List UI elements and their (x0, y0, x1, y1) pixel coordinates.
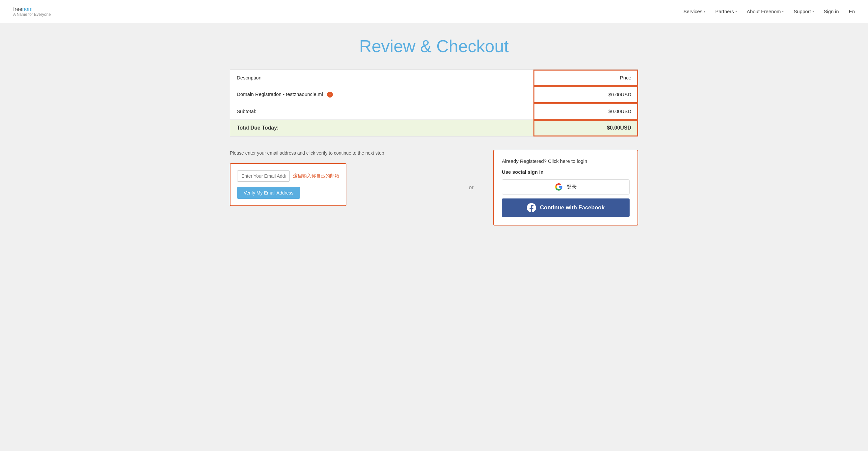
nav-language[interactable]: En (849, 8, 855, 14)
total-price: $0.00USD (533, 120, 638, 137)
chevron-down-icon: ▾ (735, 9, 737, 13)
social-section: Already Registered? Click here to login … (493, 150, 638, 225)
nav-signin[interactable]: Sign in (824, 8, 839, 14)
google-signin-button[interactable]: 登录 (502, 179, 629, 195)
google-icon (555, 183, 563, 191)
facebook-icon (527, 203, 536, 212)
domain-price: $0.00USD (533, 86, 638, 103)
main-nav: Services ▾ Partners ▾ About Freenom ▾ Su… (684, 8, 855, 14)
table-row-subtotal: Subtotal: $0.00USD (230, 103, 638, 120)
email-section: Please enter your email address and clic… (230, 150, 449, 206)
logo[interactable]: freenom (13, 6, 51, 12)
social-signin-label: Use social sign in (502, 169, 629, 175)
nav-services[interactable]: Services ▾ (684, 8, 706, 14)
facebook-btn-label: Continue with Facebook (540, 204, 604, 211)
header: freenom A Name for Everyone Services ▾ P… (0, 0, 868, 23)
chevron-down-icon: ▾ (812, 9, 814, 13)
table-row-domain: Domain Registration - testzhaouncle.ml –… (230, 86, 638, 103)
logo-tagline: A Name for Everyone (13, 12, 51, 17)
nav-support[interactable]: Support ▾ (794, 8, 814, 14)
or-divider: or (462, 185, 480, 191)
nav-partners[interactable]: Partners ▾ (715, 8, 737, 14)
page-title: Review & Checkout (230, 36, 638, 56)
main-content: Review & Checkout Description Price Doma… (204, 23, 664, 239)
email-input[interactable] (237, 170, 290, 182)
already-registered-link[interactable]: Already Registered? Click here to login (502, 158, 629, 164)
total-label: Total Due Today: (230, 120, 534, 137)
nav-about[interactable]: About Freenom ▾ (747, 8, 784, 14)
table-row-total: Total Due Today: $0.00USD (230, 120, 638, 137)
chevron-down-icon: ▾ (782, 9, 784, 13)
logo-free: free (13, 6, 22, 12)
email-description: Please enter your email address and clic… (230, 150, 449, 157)
email-hint: 这里输入你自己的邮箱 (293, 173, 339, 179)
col-description-header: Description (230, 69, 534, 86)
domain-label: Domain Registration - testzhaouncle.ml – (230, 86, 534, 103)
logo-nom: nom (22, 6, 33, 12)
col-price-header: Price (533, 69, 638, 86)
logo-area: freenom A Name for Everyone (13, 6, 51, 17)
lower-section: Please enter your email address and clic… (230, 150, 638, 225)
chevron-down-icon: ▾ (704, 9, 705, 13)
subtotal-label: Subtotal: (230, 103, 534, 120)
email-input-row: 这里输入你自己的邮箱 (237, 170, 339, 182)
google-btn-label: 登录 (567, 184, 577, 190)
remove-domain-button[interactable]: – (327, 92, 333, 97)
facebook-signin-button[interactable]: Continue with Facebook (502, 198, 629, 217)
email-box: 这里输入你自己的邮箱 Verify My Email Address (230, 163, 346, 206)
checkout-table: Description Price Domain Registration - … (230, 69, 638, 137)
verify-email-button[interactable]: Verify My Email Address (237, 187, 300, 199)
subtotal-price: $0.00USD (533, 103, 638, 120)
